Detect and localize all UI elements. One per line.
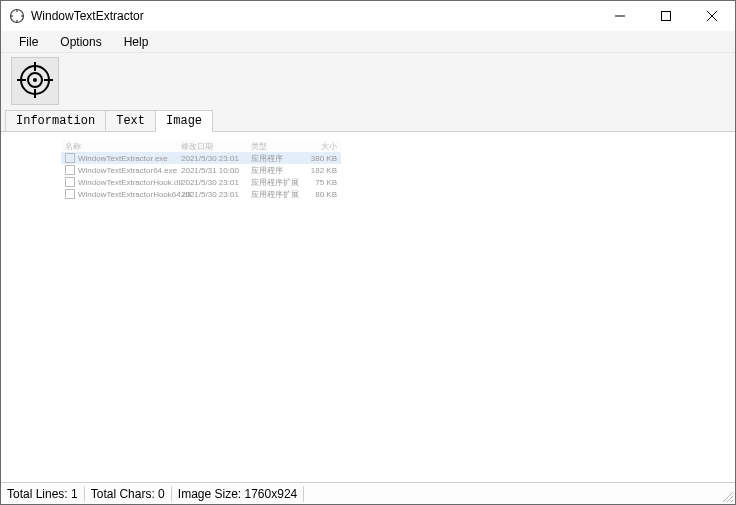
file-size: 75 KB <box>301 178 341 187</box>
status-total-lines-label: Total Lines: <box>7 487 68 501</box>
window-title: WindowTextExtractor <box>31 9 144 23</box>
file-type: 应用程序扩展 <box>251 189 301 200</box>
file-type: 应用程序 <box>251 153 301 164</box>
status-total-chars-label: Total Chars: <box>91 487 155 501</box>
file-date: 2021/5/30 23:01 <box>181 154 251 163</box>
col-header-type: 类型 <box>251 141 301 152</box>
content-area: 名称 修改日期 类型 大小 WindowTextExtractor.exe202… <box>1 131 735 482</box>
file-name: WindowTextExtractor.exe <box>61 153 181 163</box>
svg-rect-6 <box>662 12 671 21</box>
file-size: 80 KB <box>301 190 341 199</box>
tab-information[interactable]: Information <box>5 110 106 131</box>
file-name-text: WindowTextExtractorHook64.dll <box>78 190 191 199</box>
close-button[interactable] <box>689 1 735 31</box>
file-date: 2021/5/30 23:01 <box>181 190 251 199</box>
target-icon <box>17 62 53 101</box>
file-name-text: WindowTextExtractor64.exe <box>78 166 177 175</box>
col-header-size: 大小 <box>301 141 341 152</box>
file-icon <box>65 177 75 187</box>
menu-file[interactable]: File <box>9 32 48 52</box>
file-name: WindowTextExtractor64.exe <box>61 165 181 175</box>
svg-point-11 <box>33 78 37 82</box>
file-icon <box>65 153 75 163</box>
col-header-date: 修改日期 <box>181 141 251 152</box>
target-finder-button[interactable] <box>11 57 59 105</box>
file-icon <box>65 165 75 175</box>
file-date: 2021/5/30 23:01 <box>181 178 251 187</box>
statusbar: Total Lines: 1 Total Chars: 0 Image Size… <box>1 482 735 504</box>
titlebar: WindowTextExtractor <box>1 1 735 31</box>
tab-text[interactable]: Text <box>105 110 156 131</box>
menu-help[interactable]: Help <box>114 32 159 52</box>
file-date: 2021/5/31 10:00 <box>181 166 251 175</box>
captured-row: WindowTextExtractorHook64.dll2021/5/30 2… <box>61 188 341 200</box>
minimize-button[interactable] <box>597 1 643 31</box>
status-image-size: Image Size: 1760x924 <box>172 486 304 502</box>
status-image-size-label: Image Size: <box>178 487 241 501</box>
menubar: File Options Help <box>1 31 735 53</box>
tab-strip: Information Text Image <box>1 109 735 131</box>
menu-options[interactable]: Options <box>50 32 111 52</box>
status-total-chars-value: 0 <box>158 487 165 501</box>
file-size: 380 KB <box>301 154 341 163</box>
resize-grip[interactable] <box>721 490 733 502</box>
captured-row: WindowTextExtractor64.exe2021/5/31 10:00… <box>61 164 341 176</box>
file-name-text: WindowTextExtractor.exe <box>78 154 168 163</box>
captured-image: 名称 修改日期 类型 大小 WindowTextExtractor.exe202… <box>61 140 341 200</box>
svg-line-18 <box>731 500 733 502</box>
file-icon <box>65 189 75 199</box>
captured-row: WindowTextExtractorHook.dll2021/5/30 23:… <box>61 176 341 188</box>
captured-row: WindowTextExtractor.exe2021/5/30 23:01应用… <box>61 152 341 164</box>
status-total-lines-value: 1 <box>71 487 78 501</box>
file-name: WindowTextExtractorHook.dll <box>61 177 181 187</box>
toolbar <box>1 53 735 109</box>
col-header-name: 名称 <box>61 141 181 152</box>
file-size: 182 KB <box>301 166 341 175</box>
file-name-text: WindowTextExtractorHook.dll <box>78 178 182 187</box>
maximize-button[interactable] <box>643 1 689 31</box>
status-total-chars: Total Chars: 0 <box>85 486 172 502</box>
status-image-size-value: 1760x924 <box>245 487 298 501</box>
app-icon <box>9 8 25 24</box>
window-controls <box>597 1 735 31</box>
file-type: 应用程序扩展 <box>251 177 301 188</box>
status-total-lines: Total Lines: 1 <box>7 486 85 502</box>
tab-image[interactable]: Image <box>155 110 213 132</box>
captured-header: 名称 修改日期 类型 大小 <box>61 140 341 152</box>
file-name: WindowTextExtractorHook64.dll <box>61 189 181 199</box>
file-type: 应用程序 <box>251 165 301 176</box>
